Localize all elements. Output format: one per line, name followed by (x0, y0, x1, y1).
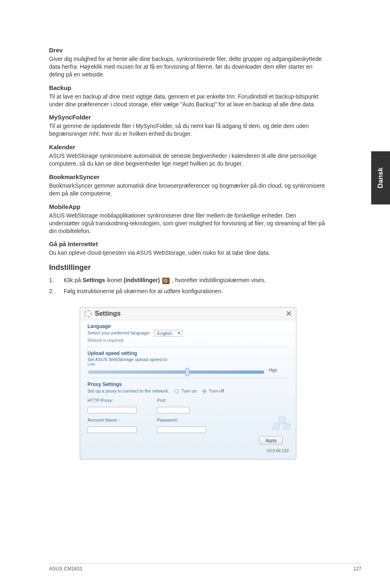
step-1-body: Klik på Settings ikonet (indstillinger) … (64, 276, 327, 285)
language-row: Select your preferred language: English (87, 330, 289, 337)
account-input[interactable] (87, 426, 137, 433)
proxy-label: Set up a proxy to connect to the network… (87, 388, 169, 393)
heading-backup: Backup (49, 84, 327, 91)
proxy-turnon-label: Turn on (182, 388, 197, 393)
step-1-mid: ikonet (105, 277, 123, 283)
upload-speed-slider[interactable]: High (88, 370, 264, 374)
dialog-footer: Apply (87, 433, 289, 448)
proxy-http-row: HTTP Proxy: Port: (87, 398, 289, 403)
proxy-turnoff-radio[interactable] (202, 389, 206, 393)
language-select[interactable]: English (154, 330, 182, 337)
settings-dialog: Settings ✕ Language Select your preferre… (80, 307, 296, 460)
proxy-auth-row: Account Name : Password : (87, 417, 289, 422)
text-bookmarksyncer: BookmarkSyncer gemmer automatisk dine br… (49, 182, 327, 197)
step-1-pre: Klik på (64, 277, 83, 283)
port-input[interactable] (157, 407, 190, 413)
text-mysyncfolder: Til at gemme de opdaterede filer i MySyn… (49, 122, 327, 138)
step-1-number: 1. (49, 276, 64, 285)
upload-heading: Upload speed setting (87, 350, 289, 356)
footer-left: ASUS CM1831 (49, 566, 82, 572)
http-proxy-label: HTTP Proxy: (87, 398, 157, 403)
step-2-body: Følg instruktionerne på skærmen for at u… (64, 287, 327, 296)
heading-mysyncfolder: MySyncFolder (49, 114, 327, 121)
proxy-heading: Proxy Settings (87, 382, 289, 387)
text-drev: Giver dig mulighed for at hente alle din… (49, 55, 327, 79)
port-label: Port: (157, 398, 182, 403)
footer-page-number: 127 (353, 566, 361, 572)
proxy-auth-inputs (87, 426, 289, 433)
language-label: Select your preferred language: (87, 331, 150, 336)
http-proxy-input[interactable] (87, 407, 137, 413)
step-1: 1. Klik på Settings ikonet (indstillinge… (49, 276, 327, 285)
page-content: Drev Giver dig mulighed for at hente all… (0, 0, 356, 460)
slider-high-label: High (269, 368, 277, 373)
heading-internet: Gå på Internettet (49, 240, 327, 247)
proxy-turnoff-label: Turn off (209, 388, 224, 393)
password-label: Password : (157, 417, 179, 422)
language-note: (Reboot is required) (87, 338, 289, 343)
text-internet: Du kan opleve cloud-tjenesten via ASUS W… (49, 249, 327, 257)
apply-button[interactable]: Apply (259, 436, 283, 444)
heading-mobileapp: MobileApp (49, 203, 327, 210)
slider-low-label: Low (87, 362, 289, 366)
step-1-bold2: (indstillinger) (123, 277, 160, 283)
step-2: 2. Følg instruktionerne på skærmen for a… (49, 287, 327, 296)
upload-label: Set ASUS WebStorage upload speed to: (87, 357, 289, 362)
proxy-turnon-radio[interactable] (175, 389, 179, 393)
slider-handle[interactable] (185, 368, 189, 376)
dialog-body: Language Select your preferred language:… (80, 320, 296, 459)
dialog-header: Settings (80, 307, 296, 320)
text-mobileapp: ASUS WebStorage mobilapplikationer synkr… (49, 212, 327, 235)
divider (87, 347, 289, 347)
language-select-value: English (157, 331, 172, 336)
language-heading: Language (87, 323, 289, 329)
language-side-tab: Dansk (371, 151, 390, 204)
heading-indstillinger: Indstillinger (49, 263, 327, 272)
heading-kalender: Kalender (49, 144, 327, 150)
step-1-post: , hvorefter indstillingsskærmen vises. (170, 277, 266, 283)
dialog-title: Settings (95, 310, 121, 317)
heading-drev: Drev (49, 47, 327, 54)
step-2-number: 2. (49, 287, 64, 296)
password-input[interactable] (157, 426, 206, 433)
text-backup: Til at lave en backup af dine mest vigti… (49, 93, 327, 108)
account-label: Account Name : (87, 417, 157, 422)
heading-bookmarksyncer: BookmarkSyncer (49, 173, 327, 180)
proxy-http-inputs (87, 407, 289, 413)
version-label: V3.0.84.193 (267, 449, 289, 453)
step-1-bold1: Settings (83, 277, 105, 283)
text-kalender: ASUS WebStorage synkronisere automatisk … (49, 152, 327, 168)
page-footer: ASUS CM1831 127 (49, 563, 361, 572)
close-icon[interactable]: ✕ (286, 309, 292, 318)
proxy-toggle-row: Set up a proxy to connect to the network… (87, 388, 289, 394)
divider (87, 378, 289, 378)
settings-gear-icon (162, 278, 170, 284)
decor-cubes-icon (271, 417, 292, 437)
dialog-app-icon (84, 310, 92, 317)
side-tab-label: Dansk (377, 167, 385, 188)
